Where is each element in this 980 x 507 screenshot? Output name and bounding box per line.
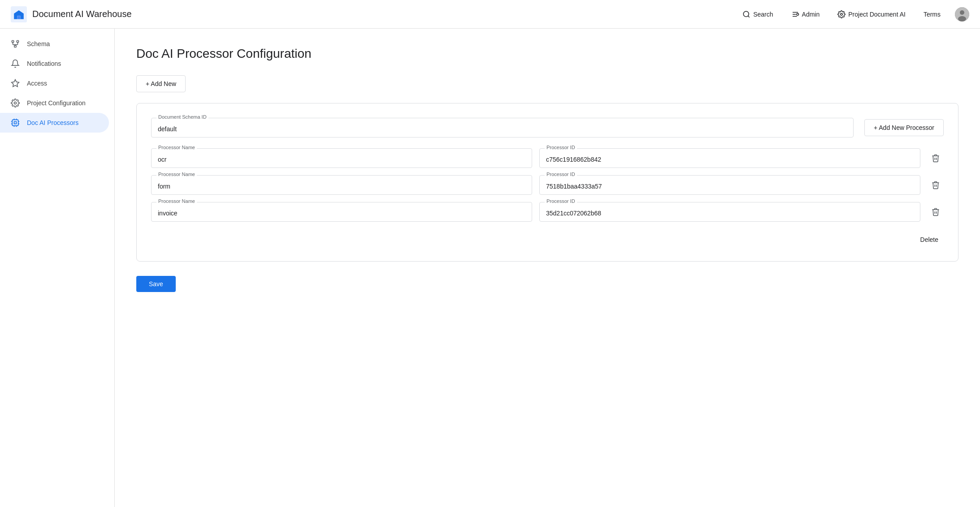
page-title: Doc AI Processor Configuration: [136, 47, 958, 61]
svg-rect-23: [14, 122, 17, 124]
sidebar-item-notifications[interactable]: Notifications: [0, 54, 109, 73]
sidebar-item-doc-ai-processors[interactable]: Doc AI Processors: [0, 113, 109, 133]
schema-row: Document Schema ID + Add New Processor: [151, 118, 944, 137]
bell-icon: [11, 59, 20, 68]
gear-icon: [837, 10, 846, 18]
delete-processor-button-2[interactable]: [928, 204, 944, 220]
delete-link[interactable]: Delete: [915, 232, 944, 247]
processor-icon: [11, 118, 20, 127]
processor-name-field-2: Processor Name: [151, 202, 532, 222]
svg-rect-14: [14, 45, 16, 47]
svg-point-2: [743, 11, 749, 17]
sidebar: Schema Notifications Access Project Conf…: [0, 29, 115, 507]
processor-id-field-2: Processor ID: [539, 202, 920, 222]
svg-point-21: [14, 102, 17, 104]
document-schema-id-field: Document Schema ID: [151, 118, 854, 137]
schema-icon: [11, 39, 20, 48]
svg-rect-1: [17, 16, 20, 19]
terms-nav-item[interactable]: Terms: [916, 7, 948, 21]
trash-icon-2: [931, 207, 940, 216]
delete-processor-button-0[interactable]: [928, 150, 944, 166]
processor-name-input-1[interactable]: [151, 175, 532, 195]
processor-row-2: Processor Name Processor ID: [151, 202, 944, 222]
processor-fields-1: Processor Name Processor ID: [151, 175, 920, 195]
processor-row-0: Processor Name Processor ID: [151, 148, 944, 168]
admin-nav-item[interactable]: Admin: [784, 7, 827, 22]
processor-id-input-2[interactable]: [539, 202, 920, 222]
svg-point-11: [958, 16, 966, 21]
delete-processor-button-1[interactable]: [928, 177, 944, 193]
sidebar-item-schema[interactable]: Schema: [0, 34, 109, 54]
svg-rect-13: [17, 41, 18, 43]
save-button[interactable]: Save: [136, 276, 176, 292]
warehouse-icon: [11, 6, 27, 22]
app-header: Document AI Warehouse Search Admin Proje…: [0, 0, 980, 29]
svg-marker-20: [12, 80, 19, 87]
svg-point-8: [841, 13, 843, 15]
user-avatar[interactable]: [955, 7, 969, 21]
admin-icon: [791, 10, 799, 18]
search-icon: [742, 10, 750, 18]
processor-name-field-1: Processor Name: [151, 175, 532, 195]
processor-name-input-2[interactable]: [151, 202, 532, 222]
processor-id-field-0: Processor ID: [539, 148, 920, 168]
app-logo[interactable]: Document AI Warehouse: [11, 6, 132, 22]
svg-rect-12: [12, 41, 14, 43]
add-new-button[interactable]: + Add New: [136, 75, 186, 92]
card-footer: Delete: [151, 232, 944, 247]
config-card: Document Schema ID + Add New Processor P…: [136, 103, 958, 262]
processor-name-input-0[interactable]: [151, 148, 532, 168]
processor-id-field-1: Processor ID: [539, 175, 920, 195]
header-nav: Search Admin Project Document AI Terms: [735, 7, 969, 22]
sidebar-item-project-configuration[interactable]: Project Configuration: [0, 93, 109, 113]
add-new-processor-button[interactable]: + Add New Processor: [864, 119, 944, 136]
processor-id-input-0[interactable]: [539, 148, 920, 168]
trash-icon-0: [931, 154, 940, 163]
processor-fields-2: Processor Name Processor ID: [151, 202, 920, 222]
document-schema-id-input[interactable]: [151, 118, 854, 137]
processor-id-input-1[interactable]: [539, 175, 920, 195]
svg-rect-22: [12, 120, 18, 125]
svg-point-7: [797, 13, 799, 15]
settings-icon: [11, 99, 20, 107]
access-icon: [11, 79, 20, 88]
search-nav-item[interactable]: Search: [735, 7, 780, 22]
svg-line-3: [748, 16, 750, 17]
project-nav-item[interactable]: Project Document AI: [830, 7, 913, 22]
processor-fields-0: Processor Name Processor ID: [151, 148, 920, 168]
processor-row-1: Processor Name Processor ID: [151, 175, 944, 195]
sidebar-item-access[interactable]: Access: [0, 73, 109, 93]
trash-icon-1: [931, 180, 940, 189]
svg-point-10: [960, 10, 964, 15]
processor-name-field-0: Processor Name: [151, 148, 532, 168]
main-content: Doc AI Processor Configuration + Add New…: [115, 29, 980, 507]
